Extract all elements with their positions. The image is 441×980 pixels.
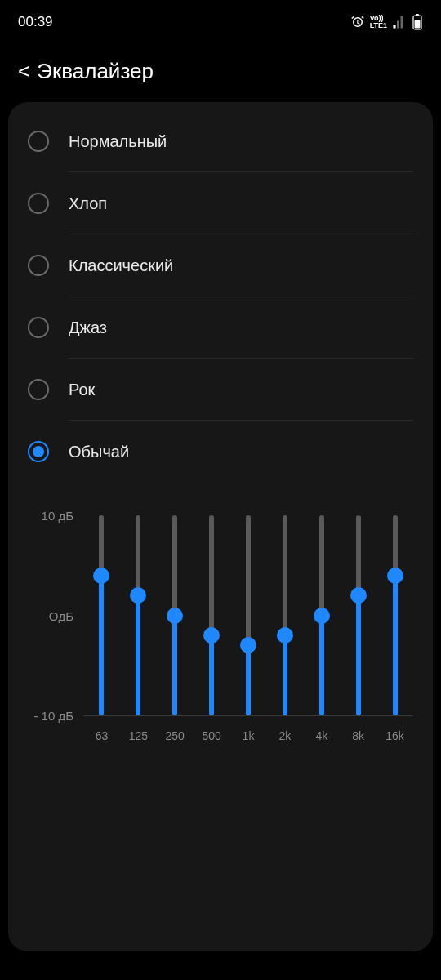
signal-icon xyxy=(392,15,407,29)
preset-list: НормальныйХлопКлассическийДжазРокОбычай xyxy=(8,110,433,483)
eq-ylabel-max: 10 дБ xyxy=(42,509,74,523)
eq-fill xyxy=(246,645,251,715)
back-button[interactable]: < xyxy=(18,59,30,84)
status-bar: 00:39 Vo)) LTE1 xyxy=(0,0,441,36)
preset-label: Джаз xyxy=(69,318,107,337)
eq-slider-2k[interactable] xyxy=(266,515,303,715)
eq-xlabel-63: 63 xyxy=(83,723,120,744)
eq-xlabel-250: 250 xyxy=(157,723,194,744)
eq-slider-handle[interactable] xyxy=(93,568,109,584)
eq-y-axis-labels: 10 дБ OдБ - 10 дБ xyxy=(28,515,83,716)
preset-item-4[interactable]: Рок xyxy=(8,359,433,421)
radio-icon xyxy=(28,131,49,152)
preset-item-0[interactable]: Нормальный xyxy=(8,110,433,172)
eq-x-axis-labels: 631252505001k2k4k8k16k xyxy=(83,723,413,744)
eq-fill xyxy=(172,616,177,716)
radio-icon xyxy=(28,317,49,338)
eq-fill xyxy=(136,595,140,715)
eq-slider-handle[interactable] xyxy=(277,627,293,644)
eq-slider-125[interactable] xyxy=(120,515,157,715)
svg-rect-1 xyxy=(416,14,419,16)
volte-indicator: Vo)) LTE1 xyxy=(370,15,387,29)
eq-slider-handle[interactable] xyxy=(130,587,146,604)
eq-slider-63[interactable] xyxy=(83,515,120,715)
preset-label: Классический xyxy=(69,256,173,275)
eq-slider-handle[interactable] xyxy=(203,627,220,644)
eq-plot-area xyxy=(83,515,413,716)
eq-slider-250[interactable] xyxy=(157,515,194,715)
eq-track xyxy=(356,515,361,715)
eq-slider-16k[interactable] xyxy=(376,515,413,715)
eq-track xyxy=(209,515,214,715)
eq-track xyxy=(246,515,251,715)
eq-xlabel-125: 125 xyxy=(120,723,157,744)
eq-xlabel-16k: 16k xyxy=(376,723,413,744)
eq-xlabel-500: 500 xyxy=(194,723,230,744)
page-header: < Эквалайзер xyxy=(0,36,441,96)
preset-label: Обычай xyxy=(69,443,129,461)
eq-slider-handle[interactable] xyxy=(240,637,256,653)
preset-item-3[interactable]: Джаз xyxy=(8,296,433,359)
radio-icon xyxy=(28,255,49,276)
preset-label: Нормальный xyxy=(69,132,167,151)
eq-slider-handle[interactable] xyxy=(387,568,403,584)
radio-icon xyxy=(28,441,49,462)
radio-icon xyxy=(28,379,49,400)
eq-fill xyxy=(356,595,361,715)
preset-label: Хлоп xyxy=(69,194,107,213)
alarm-icon xyxy=(350,15,365,29)
equalizer-chart: 10 дБ OдБ - 10 дБ 631252505001k2k4k8k16k xyxy=(28,515,413,744)
eq-slider-4k[interactable] xyxy=(303,515,340,715)
page-title: Эквалайзер xyxy=(37,59,154,84)
eq-track xyxy=(99,515,104,715)
eq-xlabel-1k: 1k xyxy=(230,723,267,744)
eq-slider-handle[interactable] xyxy=(350,587,367,604)
preset-item-5[interactable]: Обычай xyxy=(8,421,433,483)
eq-track xyxy=(172,515,177,715)
battery-icon xyxy=(412,14,423,30)
eq-fill xyxy=(209,635,214,715)
svg-rect-2 xyxy=(415,20,421,29)
status-icons: Vo)) LTE1 xyxy=(350,14,423,30)
eq-fill xyxy=(393,576,398,716)
eq-slider-8k[interactable] xyxy=(340,515,376,715)
eq-xlabel-4k: 4k xyxy=(303,723,340,744)
eq-fill xyxy=(99,576,104,716)
preset-label: Рок xyxy=(69,381,95,399)
eq-track xyxy=(319,515,324,715)
eq-slider-handle[interactable] xyxy=(167,608,183,624)
eq-track xyxy=(283,515,287,715)
eq-slider-500[interactable] xyxy=(194,515,230,715)
eq-xlabel-8k: 8k xyxy=(340,723,376,744)
eq-track xyxy=(136,515,140,715)
preset-item-1[interactable]: Хлоп xyxy=(8,172,433,234)
eq-xlabel-2k: 2k xyxy=(266,723,303,744)
eq-track xyxy=(393,515,398,715)
eq-ylabel-min: - 10 дБ xyxy=(33,709,74,723)
status-time: 00:39 xyxy=(18,14,53,30)
eq-ylabel-zero: OдБ xyxy=(49,609,74,623)
radio-icon xyxy=(28,193,49,214)
eq-fill xyxy=(319,616,324,716)
equalizer-card: НормальныйХлопКлассическийДжазРокОбычай … xyxy=(8,102,433,951)
eq-slider-handle[interactable] xyxy=(314,608,330,624)
preset-item-2[interactable]: Классический xyxy=(8,234,433,296)
eq-fill xyxy=(283,635,287,715)
eq-slider-1k[interactable] xyxy=(230,515,267,715)
